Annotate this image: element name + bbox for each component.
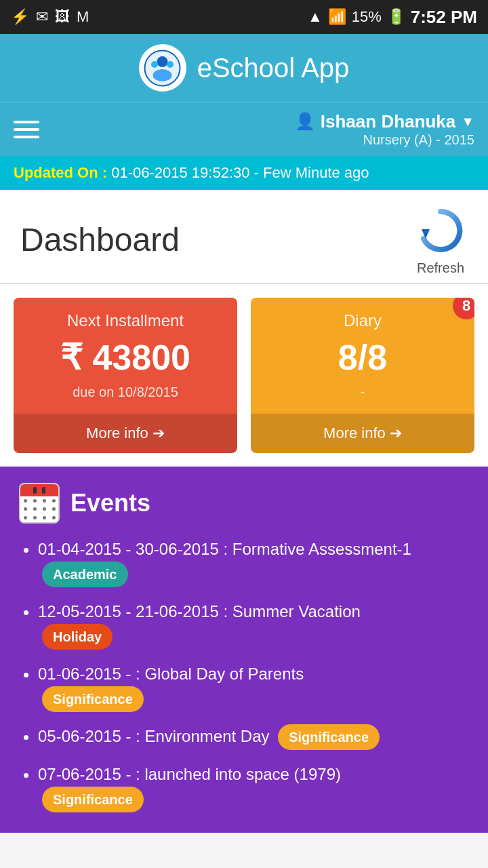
events-header: Events xyxy=(19,483,469,524)
image-icon: 🖼 xyxy=(55,8,70,26)
status-time: 7:52 PM xyxy=(411,7,477,28)
status-right-icons: ▲ 📶 15% 🔋 7:52 PM xyxy=(308,7,477,28)
event-text-1: 01-04-2015 - 30-06-2015 : Formative Asse… xyxy=(38,540,411,558)
update-value: 01-06-2015 19:52:30 - Few Minute ago xyxy=(111,164,369,181)
dashboard-header: Dashboard Refresh xyxy=(0,190,488,284)
refresh-icon xyxy=(413,203,468,258)
status-left-icons: ⚡ ✉ 🖼 M xyxy=(11,8,89,26)
app-header: eSchool App xyxy=(0,34,488,102)
diary-card-body: Diary 8/8 - xyxy=(251,298,474,414)
list-item: 07-06-2015 - : launched into space (1979… xyxy=(38,762,469,812)
installment-amount: ₹ 43800 xyxy=(60,337,190,378)
calendar-icon xyxy=(19,483,60,524)
refresh-button[interactable]: Refresh xyxy=(413,203,468,276)
gmail-icon: M xyxy=(77,8,89,26)
app-title: eSchool App xyxy=(197,53,350,83)
events-title: Events xyxy=(70,489,150,517)
app-logo xyxy=(139,44,186,92)
diary-more-info[interactable]: More info ➔ xyxy=(251,414,474,453)
list-item: 12-05-2015 - 21-06-2015 : Summer Vacatio… xyxy=(38,599,469,650)
logo-svg xyxy=(144,50,181,87)
user-bar: 👤 Ishaan Dhanuka ▼ Nursery (A) - 2015 xyxy=(0,102,488,156)
diary-value: 8/8 xyxy=(338,337,387,378)
update-banner: Updated On : 01-06-2015 19:52:30 - Few M… xyxy=(0,156,488,190)
dashboard-title: Dashboard xyxy=(20,221,180,258)
svg-point-2 xyxy=(153,69,172,81)
usb-icon: ⚡ xyxy=(11,8,29,26)
event-text-3: 01-06-2015 - : Global Day of Parents xyxy=(38,665,304,683)
installment-due: due on 10/8/2015 xyxy=(73,384,178,400)
dropdown-arrow-icon: ▼ xyxy=(461,114,474,130)
event-tag-5: Significance xyxy=(42,787,144,812)
user-class: Nursery (A) - 2015 xyxy=(295,132,474,148)
battery-icon: 🔋 xyxy=(387,8,405,26)
event-tag-1: Academic xyxy=(42,561,128,587)
svg-point-1 xyxy=(157,56,168,67)
user-info: 👤 Ishaan Dhanuka ▼ Nursery (A) - 2015 xyxy=(295,111,474,148)
events-section: Events 01-04-2015 - 30-06-2015 : Formati… xyxy=(0,467,488,833)
list-item: 05-06-2015 - : Environment Day Significa… xyxy=(38,724,469,750)
installment-label: Next Installment xyxy=(67,311,184,330)
list-item: 01-04-2015 - 30-06-2015 : Formative Asse… xyxy=(38,537,469,587)
email-icon: ✉ xyxy=(36,8,48,26)
installment-card-body: Next Installment ₹ 43800 due on 10/8/201… xyxy=(14,298,237,414)
refresh-label: Refresh xyxy=(417,260,464,276)
event-list: 01-04-2015 - 30-06-2015 : Formative Asse… xyxy=(19,537,469,812)
list-item: 01-06-2015 - : Global Day of Parents Sig… xyxy=(38,662,469,712)
signal-icon: 📶 xyxy=(328,8,346,26)
diary-label: Diary xyxy=(344,311,382,330)
event-text-5: 07-06-2015 - : launched into space (1979… xyxy=(38,765,341,783)
svg-point-3 xyxy=(151,61,158,68)
menu-button[interactable] xyxy=(14,121,39,138)
event-tag-2: Holiday xyxy=(42,624,113,650)
diary-sub: - xyxy=(361,384,365,400)
event-tag-4: Significance xyxy=(278,724,380,750)
installment-more-info[interactable]: More info ➔ xyxy=(14,414,237,453)
status-bar: ⚡ ✉ 🖼 M ▲ 📶 15% 🔋 7:52 PM xyxy=(0,0,488,34)
diary-card: 8 Diary 8/8 - More info ➔ xyxy=(251,298,474,453)
update-prefix: Updated On : xyxy=(14,164,111,181)
user-name-row[interactable]: 👤 Ishaan Dhanuka ▼ xyxy=(295,111,474,132)
event-text-4: 05-06-2015 - : Environment Day xyxy=(38,727,270,745)
installment-card: Next Installment ₹ 43800 due on 10/8/201… xyxy=(14,298,237,453)
event-text-2: 12-05-2015 - 21-06-2015 : Summer Vacatio… xyxy=(38,602,361,620)
svg-point-4 xyxy=(167,61,174,68)
wifi-icon: ▲ xyxy=(308,8,323,26)
event-tag-3: Significance xyxy=(42,686,144,712)
battery-percent: 15% xyxy=(352,8,382,26)
user-icon: 👤 xyxy=(295,112,315,131)
user-name: Ishaan Dhanuka xyxy=(321,111,455,132)
cards-row: Next Installment ₹ 43800 due on 10/8/201… xyxy=(0,284,488,467)
